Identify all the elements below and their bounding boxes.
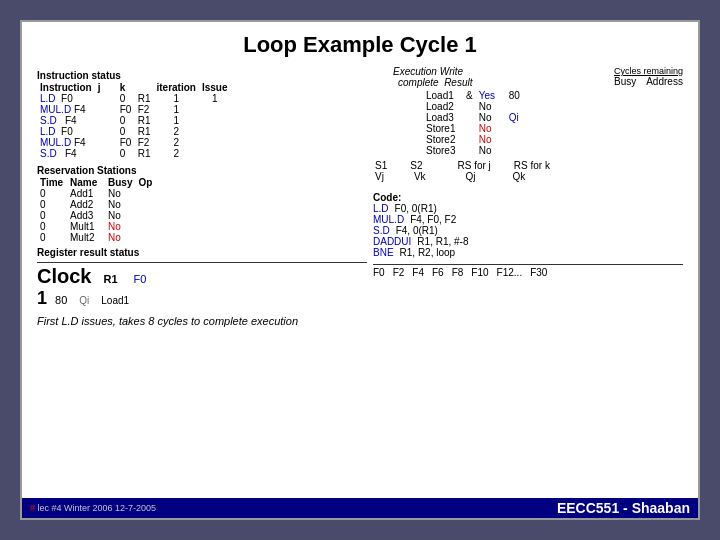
- exec-write-sub: complete Result: [393, 77, 472, 88]
- rs-col-subheaders: Vj Vk Qj Qk: [375, 171, 683, 182]
- code-line-1: L.DF0, 0(R1): [373, 203, 683, 214]
- reservation-stations-table: Time Name Busy Op 0Add1No 0Add2No 0Add3N…: [37, 177, 160, 243]
- address-col-header: Address: [646, 76, 683, 87]
- table-row: S.D F4 0R1 1: [37, 115, 231, 126]
- reservation-stations-header: Reservation Stations: [37, 165, 367, 176]
- register-result-status-header: Register result status: [37, 247, 367, 258]
- table-row: L.D F0 0R1 2: [37, 126, 231, 137]
- footer-main: EECC551 - Shaaban: [557, 500, 690, 516]
- clock-label: Clock: [37, 265, 91, 288]
- load1-label: Load1: [101, 295, 129, 306]
- table-row: Load1 & Yes 80: [423, 90, 536, 101]
- code-section: Code: L.DF0, 0(R1) MUL.DF4, F0, F2 S.DF4…: [373, 192, 683, 258]
- clock-section: Clock R1 F0 1 80 Qi Load1: [37, 262, 367, 309]
- table-row: Store1 No: [423, 123, 536, 134]
- instruction-status-header: Instruction status: [37, 70, 367, 81]
- footer-sub: # lec #4 Winter 2006 12-7-2005: [30, 503, 156, 513]
- table-row: Store3 No: [423, 145, 536, 156]
- code-line-4: DADDUIR1, R1, #-8: [373, 236, 683, 247]
- cycles-remaining-label: Cycles remaining: [614, 66, 683, 76]
- table-row: Store2 No: [423, 134, 536, 145]
- load-store-table: Load1 & Yes 80 Load2 No Load3 No Qi: [423, 90, 536, 156]
- clock-value: 1: [37, 288, 47, 309]
- table-row: Load3 No Qi: [423, 112, 536, 123]
- qi-label: Qi: [79, 295, 89, 306]
- code-line-5: BNER1, R2, loop: [373, 247, 683, 258]
- table-row: L.D F0 0R1 1 1: [37, 93, 231, 104]
- table-row: Load2 No: [423, 101, 536, 112]
- table-row: 0Mult1No: [37, 221, 160, 232]
- exec-write-header: Execution Write: [393, 66, 472, 77]
- busy-col-header: Busy: [614, 76, 636, 87]
- footer-bar: # lec #4 Winter 2006 12-7-2005 EECC551 -…: [22, 498, 698, 518]
- slide: Loop Example Cycle 1 Instruction status …: [20, 20, 700, 520]
- table-row: 0Add3No: [37, 210, 160, 221]
- rs-col-headers: S1 S2 RS for j RS for k: [375, 160, 683, 171]
- code-line-2: MUL.DF4, F0, F2: [373, 214, 683, 225]
- table-row: 0Add2No: [37, 199, 160, 210]
- r1-label: R1: [103, 273, 117, 285]
- register-row: F0F2F4F6F8F10F12...F30: [373, 264, 683, 278]
- r1-value: 80: [55, 294, 67, 306]
- table-row: 0Mult2No: [37, 232, 160, 243]
- code-title: Code:: [373, 192, 683, 203]
- table-row: 0Add1No: [37, 188, 160, 199]
- instruction-table: Instruction j k iteration Issue L.D F0 0…: [37, 82, 231, 159]
- table-row: MUL.D F4 F0F2 1: [37, 104, 231, 115]
- f0-label: F0: [134, 273, 147, 285]
- table-row: MUL.D F4 F0F2 2: [37, 137, 231, 148]
- bottom-note: First L.D issues, takes 8 cycles to comp…: [37, 315, 683, 327]
- code-line-3: S.DF4, 0(R1): [373, 225, 683, 236]
- slide-title: Loop Example Cycle 1: [37, 32, 683, 58]
- table-row: S.D F4 0R1 2: [37, 148, 231, 159]
